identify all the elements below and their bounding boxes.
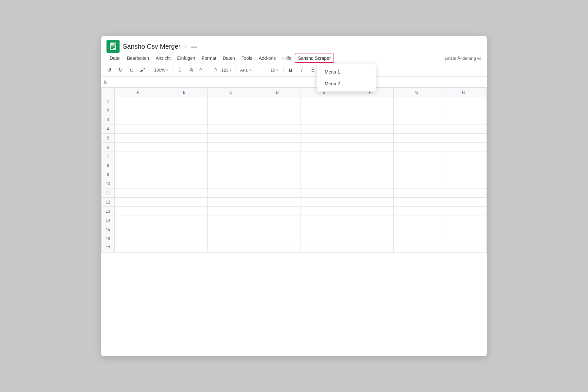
cell-E16[interactable] <box>301 234 347 243</box>
cell-H10[interactable] <box>440 179 486 188</box>
cell-E14[interactable] <box>301 216 347 225</box>
cell-G9[interactable] <box>394 170 440 179</box>
cell-H9[interactable] <box>440 170 486 179</box>
cell-G4[interactable] <box>394 124 440 134</box>
menu-bearbeiten[interactable]: Bearbeiten <box>124 54 153 63</box>
cell-A8[interactable] <box>115 161 161 170</box>
italic-button[interactable]: I <box>297 65 307 75</box>
cell-H2[interactable] <box>440 106 486 115</box>
cell-A12[interactable] <box>115 198 161 207</box>
menu-format[interactable]: Format <box>199 54 220 63</box>
menu-addons[interactable]: Add-ons <box>255 54 279 63</box>
cell-D9[interactable] <box>254 170 301 179</box>
cell-D10[interactable] <box>254 179 301 188</box>
cell-B10[interactable] <box>161 179 207 188</box>
cell-E3[interactable] <box>301 115 347 124</box>
cell-A1[interactable] <box>115 97 161 106</box>
cell-C16[interactable] <box>207 234 254 243</box>
cell-B16[interactable] <box>161 234 207 243</box>
cell-D8[interactable] <box>254 161 301 170</box>
cell-B17[interactable] <box>161 243 207 253</box>
cell-C12[interactable] <box>207 198 254 207</box>
cell-B12[interactable] <box>161 198 207 207</box>
cell-E5[interactable] <box>301 134 347 143</box>
cell-D17[interactable] <box>254 243 301 253</box>
cell-C14[interactable] <box>207 216 254 225</box>
cell-E10[interactable] <box>301 179 347 188</box>
cell-F9[interactable] <box>347 170 393 179</box>
cell-A16[interactable] <box>115 234 161 243</box>
cell-C4[interactable] <box>207 124 254 134</box>
cell-D12[interactable] <box>254 198 301 207</box>
cell-A13[interactable] <box>115 207 161 216</box>
cell-B15[interactable] <box>161 225 207 234</box>
cell-H17[interactable] <box>440 243 486 253</box>
cell-F3[interactable] <box>347 115 393 124</box>
cell-E8[interactable] <box>301 161 347 170</box>
cell-A15[interactable] <box>115 225 161 234</box>
cell-C17[interactable] <box>207 243 254 253</box>
cell-D6[interactable] <box>254 143 301 152</box>
cell-C15[interactable] <box>207 225 254 234</box>
cell-F17[interactable] <box>347 243 393 253</box>
cell-B8[interactable] <box>161 161 207 170</box>
cell-C7[interactable] <box>207 152 254 161</box>
dropdown-menu1[interactable]: Menu 1 <box>317 66 376 78</box>
cell-G2[interactable] <box>394 106 440 115</box>
col-header-H[interactable]: H <box>440 88 486 97</box>
cell-C3[interactable] <box>207 115 254 124</box>
cell-A7[interactable] <box>115 152 161 161</box>
cell-D3[interactable] <box>254 115 301 124</box>
cell-A17[interactable] <box>115 243 161 253</box>
cell-F5[interactable] <box>347 134 393 143</box>
cell-D16[interactable] <box>254 234 301 243</box>
decimal-less-button[interactable]: .0← <box>197 65 207 75</box>
cell-A5[interactable] <box>115 134 161 143</box>
cell-F4[interactable] <box>347 124 393 134</box>
decimal-more-button[interactable]: →.0 <box>208 65 218 75</box>
cell-A10[interactable] <box>115 179 161 188</box>
cell-E9[interactable] <box>301 170 347 179</box>
folder-icon[interactable]: ▬ <box>191 43 197 50</box>
cell-D1[interactable] <box>254 97 301 106</box>
cell-G1[interactable] <box>394 97 440 106</box>
cell-B4[interactable] <box>161 124 207 134</box>
cell-C11[interactable] <box>207 188 254 198</box>
cell-G14[interactable] <box>394 216 440 225</box>
formula-input[interactable] <box>118 77 484 87</box>
cell-D11[interactable] <box>254 188 301 198</box>
cell-F10[interactable] <box>347 179 393 188</box>
cell-E6[interactable] <box>301 143 347 152</box>
cell-B1[interactable] <box>161 97 207 106</box>
font-size-select[interactable]: 10 ▾ <box>268 65 281 75</box>
cell-A4[interactable] <box>115 124 161 134</box>
cell-D2[interactable] <box>254 106 301 115</box>
cell-H3[interactable] <box>440 115 486 124</box>
cell-E4[interactable] <box>301 124 347 134</box>
cell-H6[interactable] <box>440 143 486 152</box>
col-header-A[interactable]: A <box>115 88 161 97</box>
zoom-select[interactable]: 100% ▾ <box>152 65 170 75</box>
bold-button[interactable]: B <box>286 65 296 75</box>
redo-button[interactable]: ↻ <box>115 65 125 75</box>
font-select[interactable]: Arial ▾ <box>238 65 264 75</box>
cell-H7[interactable] <box>440 152 486 161</box>
cell-E15[interactable] <box>301 225 347 234</box>
col-header-G[interactable]: G <box>394 88 440 97</box>
cell-B3[interactable] <box>161 115 207 124</box>
cell-F8[interactable] <box>347 161 393 170</box>
cell-F15[interactable] <box>347 225 393 234</box>
cell-D13[interactable] <box>254 207 301 216</box>
cell-A9[interactable] <box>115 170 161 179</box>
cell-C10[interactable] <box>207 179 254 188</box>
cell-G10[interactable] <box>394 179 440 188</box>
cell-C2[interactable] <box>207 106 254 115</box>
cell-F6[interactable] <box>347 143 393 152</box>
col-header-C[interactable]: C <box>207 88 254 97</box>
dropdown-menu2[interactable]: Menu 2 <box>317 78 376 90</box>
cell-F2[interactable] <box>347 106 393 115</box>
cell-F7[interactable] <box>347 152 393 161</box>
cell-D15[interactable] <box>254 225 301 234</box>
cell-B13[interactable] <box>161 207 207 216</box>
cell-G15[interactable] <box>394 225 440 234</box>
